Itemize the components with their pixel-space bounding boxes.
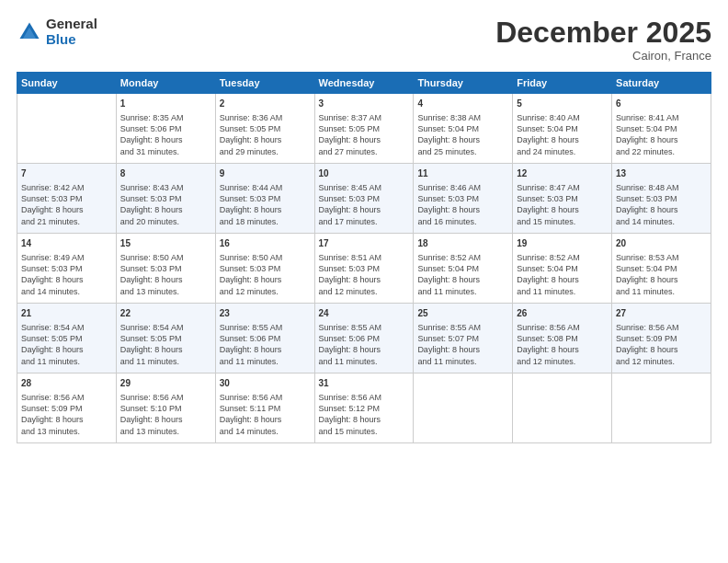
calendar-cell (513, 373, 612, 443)
day-number: 4 (417, 98, 508, 110)
calendar-cell: 29Sunrise: 8:56 AMSunset: 5:10 PMDayligh… (116, 373, 215, 443)
header-wednesday: Wednesday (314, 73, 414, 94)
day-info: Sunrise: 8:55 AMSunset: 5:07 PMDaylight:… (417, 322, 508, 367)
day-info: Sunrise: 8:56 AMSunset: 5:08 PMDaylight:… (517, 322, 608, 367)
month-title: December 2025 (495, 17, 711, 49)
day-info: Sunrise: 8:47 AMSunset: 5:03 PMDaylight:… (517, 182, 608, 227)
day-number: 25 (417, 307, 508, 320)
week-row-3: 14Sunrise: 8:49 AMSunset: 5:03 PMDayligh… (17, 234, 711, 304)
day-number: 9 (220, 167, 311, 180)
calendar-cell: 21Sunrise: 8:54 AMSunset: 5:05 PMDayligh… (17, 304, 117, 373)
day-number: 12 (517, 167, 608, 180)
day-number: 14 (21, 237, 112, 250)
day-number: 29 (120, 377, 211, 390)
day-number: 18 (417, 237, 508, 250)
day-number: 30 (220, 377, 311, 390)
day-info: Sunrise: 8:54 AMSunset: 5:05 PMDaylight:… (21, 322, 112, 367)
day-info: Sunrise: 8:48 AMSunset: 5:03 PMDaylight:… (616, 182, 707, 227)
day-number: 19 (517, 237, 608, 250)
header-saturday: Saturday (612, 73, 711, 94)
day-number: 26 (517, 307, 608, 320)
week-row-1: 1Sunrise: 8:35 AMSunset: 5:06 PMDaylight… (17, 94, 711, 164)
day-info: Sunrise: 8:51 AMSunset: 5:03 PMDaylight:… (319, 252, 410, 297)
calendar-cell: 31Sunrise: 8:56 AMSunset: 5:12 PMDayligh… (314, 373, 414, 443)
day-info: Sunrise: 8:42 AMSunset: 5:03 PMDaylight:… (21, 182, 112, 227)
calendar-cell: 6Sunrise: 8:41 AMSunset: 5:04 PMDaylight… (612, 94, 711, 164)
week-row-2: 7Sunrise: 8:42 AMSunset: 5:03 PMDaylight… (17, 164, 711, 234)
header-sunday: Sunday (17, 73, 117, 94)
day-info: Sunrise: 8:37 AMSunset: 5:05 PMDaylight:… (319, 112, 410, 157)
logo-general: General (46, 17, 97, 32)
day-info: Sunrise: 8:40 AMSunset: 5:04 PMDaylight:… (517, 112, 608, 157)
calendar-cell (612, 373, 711, 443)
calendar-cell: 20Sunrise: 8:53 AMSunset: 5:04 PMDayligh… (612, 234, 711, 304)
calendar-cell: 23Sunrise: 8:55 AMSunset: 5:06 PMDayligh… (215, 304, 314, 373)
day-number: 6 (616, 98, 707, 110)
calendar-table: SundayMondayTuesdayWednesdayThursdayFrid… (17, 72, 711, 443)
logo: General Blue (17, 17, 97, 47)
day-info: Sunrise: 8:50 AMSunset: 5:03 PMDaylight:… (220, 252, 311, 297)
calendar-cell: 26Sunrise: 8:56 AMSunset: 5:08 PMDayligh… (513, 304, 612, 373)
calendar-cell: 25Sunrise: 8:55 AMSunset: 5:07 PMDayligh… (414, 304, 513, 373)
day-number: 2 (220, 98, 311, 110)
day-number: 21 (21, 307, 112, 320)
calendar-cell: 3Sunrise: 8:37 AMSunset: 5:05 PMDaylight… (314, 94, 414, 164)
calendar-cell: 22Sunrise: 8:54 AMSunset: 5:05 PMDayligh… (116, 304, 215, 373)
calendar-cell: 17Sunrise: 8:51 AMSunset: 5:03 PMDayligh… (314, 234, 414, 304)
day-number: 10 (319, 167, 410, 180)
day-info: Sunrise: 8:43 AMSunset: 5:03 PMDaylight:… (120, 182, 211, 227)
day-info: Sunrise: 8:52 AMSunset: 5:04 PMDaylight:… (517, 252, 608, 297)
calendar-cell (414, 373, 513, 443)
page: General Blue December 2025 Cairon, Franc… (0, 0, 728, 563)
day-number: 1 (120, 98, 211, 110)
calendar-cell: 7Sunrise: 8:42 AMSunset: 5:03 PMDaylight… (17, 164, 117, 234)
day-info: Sunrise: 8:54 AMSunset: 5:05 PMDaylight:… (120, 322, 211, 367)
day-number: 13 (616, 167, 707, 180)
calendar-cell: 30Sunrise: 8:56 AMSunset: 5:11 PMDayligh… (215, 373, 314, 443)
day-number: 20 (616, 237, 707, 250)
day-number: 24 (319, 307, 410, 320)
calendar-cell: 5Sunrise: 8:40 AMSunset: 5:04 PMDaylight… (513, 94, 612, 164)
day-info: Sunrise: 8:38 AMSunset: 5:04 PMDaylight:… (417, 112, 508, 157)
calendar-cell: 10Sunrise: 8:45 AMSunset: 5:03 PMDayligh… (314, 164, 414, 234)
day-number: 7 (21, 167, 112, 180)
day-info: Sunrise: 8:56 AMSunset: 5:10 PMDaylight:… (120, 392, 211, 437)
calendar-cell: 27Sunrise: 8:56 AMSunset: 5:09 PMDayligh… (612, 304, 711, 373)
calendar-cell (17, 94, 117, 164)
calendar-cell: 4Sunrise: 8:38 AMSunset: 5:04 PMDaylight… (414, 94, 513, 164)
day-number: 8 (120, 167, 211, 180)
calendar-cell: 24Sunrise: 8:55 AMSunset: 5:06 PMDayligh… (314, 304, 414, 373)
day-info: Sunrise: 8:56 AMSunset: 5:11 PMDaylight:… (220, 392, 311, 437)
calendar-cell: 11Sunrise: 8:46 AMSunset: 5:03 PMDayligh… (414, 164, 513, 234)
calendar-cell: 15Sunrise: 8:50 AMSunset: 5:03 PMDayligh… (116, 234, 215, 304)
day-info: Sunrise: 8:44 AMSunset: 5:03 PMDaylight:… (220, 182, 311, 227)
day-info: Sunrise: 8:41 AMSunset: 5:04 PMDaylight:… (616, 112, 707, 157)
day-number: 28 (21, 377, 112, 390)
calendar-cell: 13Sunrise: 8:48 AMSunset: 5:03 PMDayligh… (612, 164, 711, 234)
calendar-cell: 18Sunrise: 8:52 AMSunset: 5:04 PMDayligh… (414, 234, 513, 304)
calendar-cell: 2Sunrise: 8:36 AMSunset: 5:05 PMDaylight… (215, 94, 314, 164)
day-number: 23 (220, 307, 311, 320)
day-info: Sunrise: 8:56 AMSunset: 5:12 PMDaylight:… (319, 392, 410, 437)
day-number: 15 (120, 237, 211, 250)
header-friday: Friday (513, 73, 612, 94)
calendar-cell: 9Sunrise: 8:44 AMSunset: 5:03 PMDaylight… (215, 164, 314, 234)
header: General Blue December 2025 Cairon, Franc… (17, 17, 711, 63)
logo-text: General Blue (46, 17, 97, 47)
week-row-4: 21Sunrise: 8:54 AMSunset: 5:05 PMDayligh… (17, 304, 711, 373)
day-number: 3 (319, 98, 410, 110)
day-info: Sunrise: 8:46 AMSunset: 5:03 PMDaylight:… (417, 182, 508, 227)
day-info: Sunrise: 8:56 AMSunset: 5:09 PMDaylight:… (616, 322, 707, 367)
day-info: Sunrise: 8:35 AMSunset: 5:06 PMDaylight:… (120, 112, 211, 157)
week-row-5: 28Sunrise: 8:56 AMSunset: 5:09 PMDayligh… (17, 373, 711, 443)
calendar-cell: 28Sunrise: 8:56 AMSunset: 5:09 PMDayligh… (17, 373, 117, 443)
calendar-cell: 14Sunrise: 8:49 AMSunset: 5:03 PMDayligh… (17, 234, 117, 304)
day-number: 17 (319, 237, 410, 250)
header-tuesday: Tuesday (215, 73, 314, 94)
day-info: Sunrise: 8:55 AMSunset: 5:06 PMDaylight:… (319, 322, 410, 367)
day-info: Sunrise: 8:56 AMSunset: 5:09 PMDaylight:… (21, 392, 112, 437)
calendar-cell: 16Sunrise: 8:50 AMSunset: 5:03 PMDayligh… (215, 234, 314, 304)
calendar-header-row: SundayMondayTuesdayWednesdayThursdayFrid… (17, 73, 711, 94)
day-info: Sunrise: 8:52 AMSunset: 5:04 PMDaylight:… (417, 252, 508, 297)
location: Cairon, France (495, 49, 711, 63)
